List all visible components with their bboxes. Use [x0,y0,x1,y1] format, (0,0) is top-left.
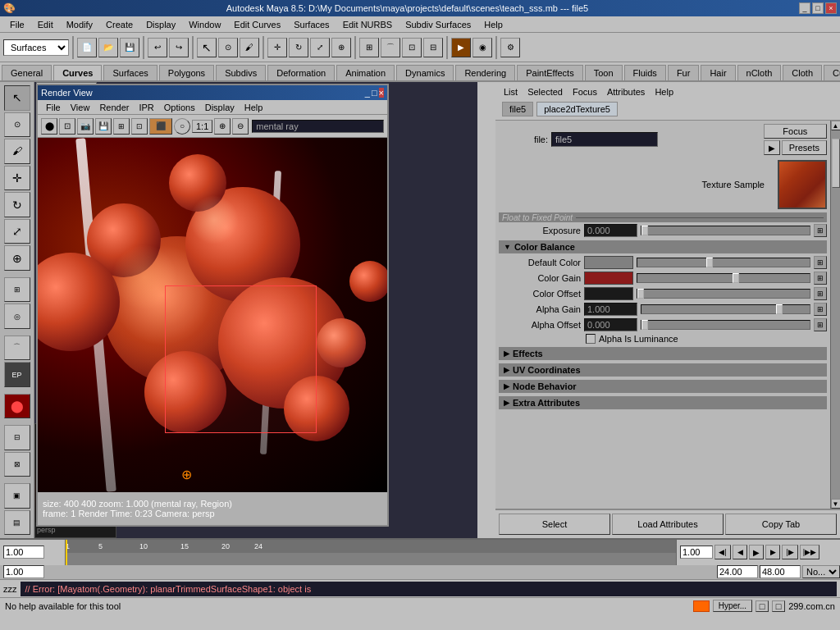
rv-btn-5[interactable]: ⊞ [113,118,130,135]
file-play-btn[interactable]: ▶ [764,140,780,155]
alpha-luminance-checkbox[interactable] [586,334,596,344]
menu-edit-nurbs[interactable]: Edit NURBS [336,18,399,31]
prev-key-btn[interactable]: ◀| [714,545,731,559]
tab-general[interactable]: General [2,65,52,80]
tb-ipr[interactable]: ◉ [472,38,492,57]
tab-custom[interactable]: Custo... [824,65,840,80]
tb-render[interactable]: ▶ [451,38,471,57]
tool-snap4[interactable]: ▤ [4,510,30,536]
dc-slider[interactable] [637,258,810,267]
ao-extra[interactable]: ⊞ [814,318,827,331]
tool-ep[interactable]: EP [4,362,30,387]
rv-canvas[interactable]: ⊕ [38,138,387,492]
scroll-up-btn[interactable]: ▲ [831,121,841,130]
tb-open[interactable]: 📂 [98,38,118,57]
rv-btn-2[interactable]: ⊡ [59,118,75,135]
tab-rendering[interactable]: Rendering [455,65,515,80]
alpha-gain-input[interactable] [584,303,637,316]
time-unit-select[interactable]: No... [802,565,840,578]
tool-soft-select[interactable]: ◎ [4,304,30,329]
alpha-offset-input[interactable] [584,318,637,331]
menu-edit-curves[interactable]: Edit Curves [227,18,287,31]
copy-tab-button[interactable]: Copy Tab [725,514,837,535]
attr-menu-selected[interactable]: Selected [523,86,568,98]
tb-rotate[interactable]: ↻ [289,38,308,57]
tab-animation[interactable]: Animation [336,65,395,80]
footer-btn-1[interactable]: □ [756,600,769,612]
tb-select[interactable]: ↖ [197,38,217,57]
main-timeline[interactable]: 1 5 10 15 20 24 [66,540,676,565]
dc-extra[interactable]: ⊞ [814,256,827,269]
tab-ncloth[interactable]: nCloth [737,65,782,80]
tool-rotate[interactable]: ↻ [4,192,30,217]
eff-toggle[interactable]: ▶ [504,349,509,358]
rv-btn-zoom-out[interactable]: ⊖ [232,118,249,135]
node-toggle[interactable]: ▶ [504,382,509,390]
rv-btn-save[interactable]: 💾 [95,118,112,135]
tab-cloth[interactable]: Cloth [783,65,822,80]
tool-scale[interactable]: ⤢ [4,219,30,244]
extra-toggle[interactable]: ▶ [504,399,509,407]
menu-help[interactable]: Help [477,18,509,31]
tb-snap-grid[interactable]: ⊞ [359,38,379,57]
tb-snap-curve[interactable]: ⌒ [381,38,400,57]
next-key-btn[interactable]: |▶ [782,545,798,559]
time-start-input[interactable] [3,546,44,559]
tool-paint[interactable]: 🖌 [4,139,30,164]
tb-snap-point[interactable]: ⊡ [402,38,422,57]
rv-btn-color[interactable]: ⬛ [149,118,172,135]
co-slider[interactable] [637,289,810,299]
scroll-down-btn[interactable]: ▼ [831,499,841,509]
attr-menu-attributes[interactable]: Attributes [602,86,650,98]
load-attributes-button[interactable]: Load Attributes [612,514,724,535]
tool-show-manip[interactable]: ⊞ [4,277,30,303]
minimize-button[interactable]: _ [799,2,810,14]
tb-new[interactable]: 📄 [77,38,97,57]
tool-universal[interactable]: ⊕ [4,245,30,271]
tb-save[interactable]: 💾 [120,38,139,57]
tab-hair[interactable]: Hair [701,65,735,80]
attr-tab-file5[interactable]: file5 [502,102,533,116]
cg-extra[interactable]: ⊞ [814,272,827,285]
color-gain-swatch[interactable] [584,272,633,285]
play-btn[interactable]: ▶ [749,545,764,559]
tab-polygons[interactable]: Polygons [159,65,214,80]
exposure-input[interactable] [584,224,637,237]
cb-toggle[interactable]: ▼ [504,243,511,251]
tool-snap2[interactable]: ⊠ [4,452,30,477]
menu-display[interactable]: Display [139,18,182,31]
rv-btn-circle[interactable]: ○ [174,118,190,135]
range-end-input2[interactable] [760,565,801,578]
rv-menu-options[interactable]: Options [159,102,200,113]
uv-toggle[interactable]: ▶ [504,366,509,374]
rv-btn-1[interactable]: ⬤ [41,118,57,135]
focus-button[interactable]: Focus [764,124,827,139]
menu-window[interactable]: Window [182,18,227,31]
attr-tab-place2d[interactable]: place2dTexture5 [536,102,618,116]
menu-file[interactable]: File [3,18,31,31]
attr-menu-list[interactable]: List [499,86,523,98]
file-input[interactable] [551,132,658,147]
menu-edit[interactable]: Edit [31,18,60,31]
rv-close[interactable]: × [379,88,384,98]
tab-surfaces[interactable]: Surfaces [103,65,157,80]
menu-modify[interactable]: Modify [60,18,99,31]
last-frame-btn[interactable]: |▶▶ [800,545,819,559]
rv-menu-help[interactable]: Help [240,102,268,113]
rv-menu-ipr[interactable]: IPR [134,102,158,113]
rv-menu-file[interactable]: File [41,102,66,113]
rv-menu-render[interactable]: Render [94,102,134,113]
tab-fur[interactable]: Fur [668,65,700,80]
attr-menu-focus[interactable]: Focus [568,86,602,98]
co-extra[interactable]: ⊞ [814,287,827,300]
menu-create[interactable]: Create [99,18,139,31]
tab-toon[interactable]: Toon [585,65,623,80]
scroll-thumb[interactable] [832,139,840,188]
tool-lasso[interactable]: ⊙ [4,112,30,138]
exposure-extra-btn[interactable]: ⊞ [814,224,827,237]
rv-maximize[interactable]: □ [372,88,377,98]
footer-btn-2[interactable]: □ [772,600,785,612]
tool-snap1[interactable]: ⊟ [4,425,30,450]
tool-curve[interactable]: ⌒ [4,336,30,361]
ag-slider[interactable] [641,304,810,314]
